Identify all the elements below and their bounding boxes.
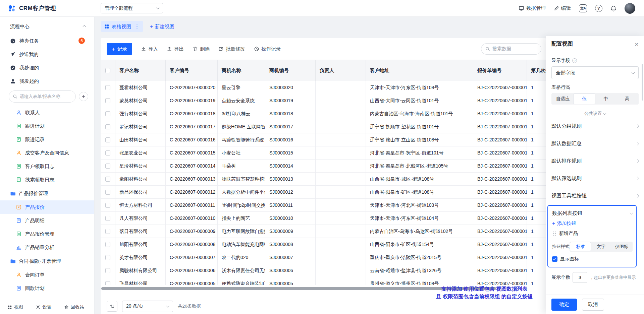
- close-icon[interactable]: ×: [635, 41, 639, 48]
- export-button[interactable]: 导出: [167, 46, 184, 52]
- table-row[interactable]: 蒙莫材料公司C-20220607-0000019点触云安全系统SJ0000019…: [101, 94, 546, 107]
- row-checkbox[interactable]: [105, 85, 110, 90]
- batch-edit-button[interactable]: 批量修改: [218, 46, 245, 52]
- help-icon[interactable]: ?: [595, 5, 602, 12]
- page-size-select[interactable]: 20 条/页: [122, 301, 173, 312]
- column-header[interactable]: 客户编号: [166, 60, 218, 81]
- help-icon[interactable]: ?: [572, 58, 577, 63]
- select-all-checkbox[interactable]: [105, 68, 110, 73]
- row-checkbox[interactable]: [105, 203, 110, 208]
- public-settings-toggle[interactable]: 公共设置: [551, 111, 639, 117]
- sidebar-item-follow-up-plan[interactable]: 跟进计划: [0, 119, 94, 133]
- panel-scrollbar-thumb[interactable]: [642, 64, 643, 101]
- column-header[interactable]: 负责人: [316, 60, 366, 81]
- operation-log-button[interactable]: 操作记录: [254, 46, 281, 52]
- sidebar-item-product-sales-analysis[interactable]: 产品销量分析: [0, 241, 94, 254]
- view-button[interactable]: 视图: [7, 304, 23, 310]
- row-checkbox[interactable]: [105, 229, 110, 234]
- column-header[interactable]: 客户名称: [115, 60, 166, 81]
- sidebar-item-payment-plan[interactable]: 回款计划: [0, 281, 94, 295]
- sidebar-item-todo-tasks[interactable]: 待办任务 6: [0, 34, 94, 48]
- row-checkbox[interactable]: [105, 150, 110, 155]
- table-row[interactable]: 星珍材料公司C-20220607-0000014耳朵树SJ0000014河北省-…: [101, 160, 546, 173]
- sidebar-item-customer-claim-log[interactable]: 客户领取日志: [0, 160, 94, 173]
- add-custom-button-link[interactable]: + 添加按钮: [552, 221, 633, 227]
- column-header[interactable]: 报价单编号: [473, 60, 527, 81]
- button-style-standard[interactable]: 标准: [570, 242, 591, 251]
- row-checkbox[interactable]: [105, 98, 110, 103]
- sidebar-item-initiated-by-me[interactable]: 我发起的: [0, 74, 94, 88]
- row-checkbox[interactable]: [105, 164, 110, 169]
- user-avatar[interactable]: [625, 3, 635, 14]
- display-count-input[interactable]: 3: [573, 272, 587, 283]
- custom-button-item[interactable]: 新增产品: [552, 231, 633, 237]
- sidebar-item-lead-claim-log[interactable]: 线索领取日志: [0, 173, 94, 186]
- sidebar-group-contract-payment[interactable]: 合同-回款-开票管理: [0, 254, 94, 268]
- row-checkbox[interactable]: [105, 268, 110, 273]
- sidebar-item-product-quote-manage[interactable]: 产品报价管理: [0, 227, 94, 241]
- row-height-option-auto[interactable]: 自适应: [552, 94, 574, 104]
- row-checkbox[interactable]: [105, 255, 110, 260]
- table-row[interactable]: 旭阳有限公司C-20220607-0000008电动汽车智能充电网络SJ0000…: [101, 238, 546, 251]
- tab-table-view[interactable]: 表格视图 ⋮: [101, 21, 143, 32]
- row-checkbox[interactable]: [105, 190, 110, 195]
- row-checkbox[interactable]: [105, 124, 110, 129]
- sidebar-item-cc-to-me[interactable]: 抄送我的: [0, 48, 94, 61]
- row-checkbox[interactable]: [105, 111, 110, 116]
- column-header[interactable]: 商机编号: [265, 60, 316, 81]
- table-row[interactable]: 山田材料公司C-20220607-0000016马蹄铁智能骑行系统SJ00000…: [101, 133, 546, 146]
- sidebar-item-product-quote[interactable]: ¥ 产品报价: [0, 200, 94, 214]
- row-checkbox[interactable]: [105, 216, 110, 221]
- import-button[interactable]: 导入: [141, 46, 158, 52]
- sidebar-group-product-quote[interactable]: 产品报价管理: [0, 186, 94, 200]
- confirm-button[interactable]: 确定: [551, 299, 577, 311]
- table-row[interactable]: 罗记材料公司C-20220607-0000017超级HOME-互联网智能SJ00…: [101, 120, 546, 133]
- sidebar-item-handled-by-me[interactable]: 我处理的: [0, 61, 94, 74]
- table-row[interactable]: 落日有限公司C-20220607-0000009电力互联网故障自愈控制SJ000…: [101, 225, 546, 238]
- table-row[interactable]: 豪阁材料公司C-20220607-0000013物联芯温室智慧种植云平台SJ00…: [101, 173, 546, 186]
- view-toolbar-buttons-row[interactable]: 视图工具栏按钮: [551, 187, 639, 204]
- notification-bell-icon[interactable]: [610, 5, 616, 11]
- table-row[interactable]: 凡人有限公司C-20220607-0000010指尖上的陶艺SJ0000010天…: [101, 212, 546, 225]
- recycle-bin-button[interactable]: 回收站: [64, 304, 85, 310]
- column-header[interactable]: 第几次报价: [527, 60, 546, 81]
- data-manage-button[interactable]: 数据管理: [519, 5, 546, 11]
- row-height-option-medium[interactable]: 中: [595, 94, 616, 104]
- table-search-input[interactable]: 搜索数据: [481, 43, 541, 55]
- delete-button[interactable]: 删除: [193, 46, 210, 52]
- settings-button[interactable]: 设置: [36, 304, 52, 310]
- horizontal-scrollbar-thumb[interactable]: [101, 287, 496, 290]
- default-filter-rule-row[interactable]: 默认筛选规则: [551, 170, 639, 187]
- row-checkbox[interactable]: [105, 281, 110, 286]
- table-row[interactable]: 英才有限公司C-20220607-0000007农二代的020SJ0000007…: [101, 251, 546, 264]
- sidebar-item-product-detail[interactable]: 产品明细: [0, 214, 94, 227]
- data-list-button-row[interactable]: 数据列表按钮: [552, 206, 633, 221]
- row-height-toggle-button[interactable]: [107, 301, 117, 312]
- row-checkbox[interactable]: [105, 137, 110, 142]
- show-icon-checkbox[interactable]: [552, 256, 557, 262]
- sidebar-item-contract-order[interactable]: 合同订单: [0, 268, 94, 281]
- process-center-header[interactable]: 流程中心: [0, 19, 94, 34]
- language-icon[interactable]: 文A: [579, 4, 587, 12]
- tab-menu-icon[interactable]: ⋮: [135, 23, 140, 29]
- row-checkbox[interactable]: [105, 177, 110, 182]
- column-header[interactable]: 商机名称: [218, 60, 265, 81]
- default-group-rule-row[interactable]: 默认分组规则: [551, 117, 639, 135]
- table-row[interactable]: 腾骏材料有限公司C-20220607-0000006沃木有限责任公司无线网SJ0…: [101, 264, 546, 277]
- add-form-button[interactable]: +: [79, 92, 88, 101]
- add-record-button[interactable]: + 记录: [107, 43, 132, 55]
- sidebar-item-follow-up-record[interactable]: 跟进记录: [0, 133, 94, 146]
- button-style-text[interactable]: 文字: [591, 242, 611, 251]
- button-style-icon-only[interactable]: 仅图标: [611, 242, 632, 251]
- table-row[interactable]: 张屋农业公司C-20220607-0000015小麦公社SJ0000015河北省…: [101, 146, 546, 160]
- drag-handle-icon[interactable]: [553, 231, 556, 236]
- row-checkbox[interactable]: [105, 242, 110, 247]
- cancel-button[interactable]: 取消: [582, 299, 604, 311]
- sidebar-item-deal-customer-contract[interactable]: 成交客户及合同信息: [0, 146, 94, 160]
- table-row[interactable]: 强行材料公司C-20220607-00000183d打印八桂云SJ0000018…: [101, 107, 546, 120]
- sidebar-item-contacts[interactable]: 联系人: [0, 106, 94, 119]
- row-height-option-high[interactable]: 高: [616, 94, 638, 104]
- edit-button[interactable]: 编辑: [554, 5, 571, 11]
- form-search-input[interactable]: 请输入表单/报表名称: [9, 90, 76, 103]
- default-summary-rule-row[interactable]: 默认数据汇总: [551, 135, 639, 152]
